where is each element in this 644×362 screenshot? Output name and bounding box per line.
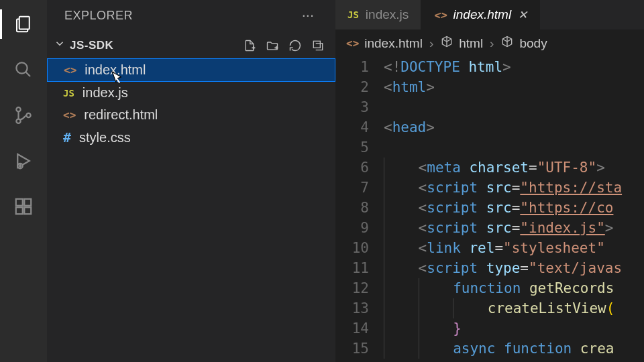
refresh-icon[interactable] (288, 39, 302, 52)
line-number: 15 (335, 339, 369, 359)
css-file-icon: # (63, 129, 71, 145)
svg-point-4 (16, 119, 20, 123)
svg-rect-11 (313, 41, 320, 48)
svg-point-5 (26, 113, 30, 117)
svg-rect-8 (16, 207, 23, 214)
line-number: 3 (335, 97, 369, 117)
file-name: index.html (85, 62, 146, 78)
line-number: 11 (335, 258, 369, 278)
file-item[interactable]: <>redirect.html (47, 104, 335, 126)
extensions-icon[interactable] (11, 194, 36, 219)
symbol-icon (440, 35, 453, 52)
more-icon[interactable]: ··· (299, 7, 317, 24)
line-number: 9 (335, 218, 369, 238)
tab-bar: JSindex.js<>index.html✕ (335, 0, 644, 29)
explorer-icon[interactable] (11, 12, 36, 36)
close-icon[interactable]: ✕ (518, 8, 527, 22)
breadcrumb-item[interactable]: body (500, 35, 547, 52)
svg-rect-10 (24, 199, 31, 206)
line-number: 7 (335, 178, 369, 198)
js-file-icon: JS (63, 88, 74, 99)
folder-name: JS-SDK (70, 39, 113, 52)
editor-area: JSindex.js<>index.html✕ <>index.html›htm… (335, 0, 644, 362)
svg-rect-0 (19, 17, 30, 29)
search-icon[interactable] (11, 58, 36, 82)
file-name: index.js (83, 85, 128, 101)
html-file-icon: <> (433, 9, 446, 21)
breadcrumb-item[interactable]: <>index.html (346, 36, 423, 51)
js-file-icon: JS (347, 9, 359, 20)
html-file-icon: <> (64, 64, 76, 76)
line-number: 2 (335, 77, 369, 97)
sidebar-title: EXPLORER (64, 9, 133, 23)
folder-header[interactable]: JS-SDK (47, 34, 335, 57)
line-number: 8 (335, 198, 369, 218)
svg-rect-9 (24, 207, 31, 214)
line-number: 14 (335, 318, 369, 339)
tab-label: index.js (366, 7, 409, 22)
symbol-icon (500, 35, 514, 52)
folder-actions (243, 39, 325, 52)
explorer-sidebar: EXPLORER ··· JS-SDK <>index.htmlJSindex.… (47, 0, 335, 362)
line-number: 13 (335, 298, 369, 318)
run-debug-icon[interactable] (11, 149, 36, 173)
editor-tab[interactable]: JSindex.js (335, 0, 421, 29)
code-editor[interactable]: 123456789101112131415 <!DOCTYPE html><ht… (335, 57, 644, 362)
svg-line-2 (26, 72, 30, 76)
editor-tab[interactable]: <>index.html✕ (421, 0, 540, 29)
chevron-right-icon: › (490, 36, 494, 51)
code-content[interactable]: <!DOCTYPE html><html> <head> <meta chars… (384, 57, 644, 362)
line-number: 6 (335, 158, 369, 178)
activity-bar (0, 0, 47, 362)
source-control-icon[interactable] (11, 103, 36, 127)
breadcrumb[interactable]: <>index.html›html›body (335, 29, 644, 57)
tab-label: index.html (453, 7, 512, 22)
breadcrumb-item[interactable]: html (440, 35, 483, 52)
new-folder-icon[interactable] (266, 39, 279, 52)
svg-point-1 (16, 62, 27, 73)
file-name: style.css (79, 130, 131, 145)
line-number: 12 (335, 278, 369, 298)
html-file-icon: <> (63, 109, 76, 121)
svg-point-3 (16, 107, 20, 111)
line-number: 10 (335, 238, 369, 258)
svg-rect-7 (16, 199, 23, 206)
line-gutter: 123456789101112131415 (335, 57, 384, 362)
line-number: 5 (335, 137, 369, 158)
line-number: 4 (335, 117, 369, 137)
file-item[interactable]: #style.css (47, 126, 335, 149)
chevron-right-icon: › (429, 36, 433, 51)
html-file-icon: <> (346, 37, 359, 50)
line-number: 1 (335, 57, 369, 77)
collapse-icon[interactable] (311, 39, 325, 52)
file-item[interactable]: <>index.html (47, 58, 335, 82)
new-file-icon[interactable] (243, 39, 256, 52)
file-list: <>index.htmlJSindex.js<>redirect.html#st… (47, 57, 335, 149)
file-item[interactable]: JSindex.js (47, 82, 335, 104)
chevron-down-icon (54, 38, 66, 53)
file-name: redirect.html (84, 107, 158, 123)
